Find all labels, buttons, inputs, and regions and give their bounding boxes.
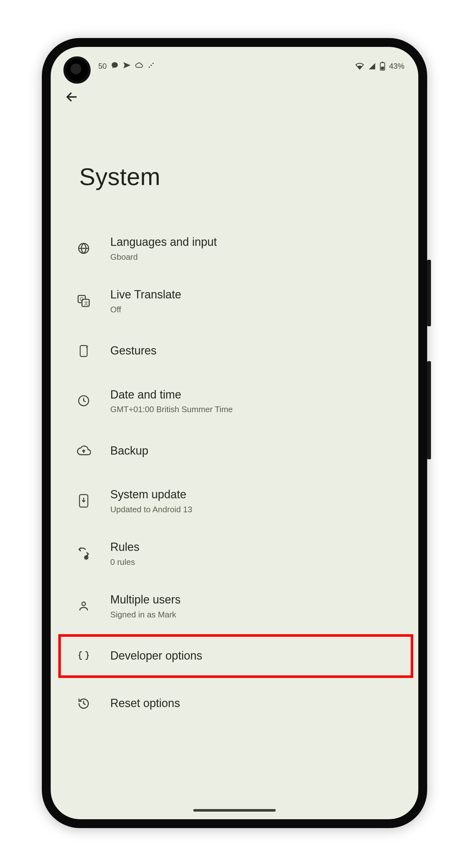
row-developer-options[interactable]: Developer options	[51, 636, 418, 677]
row-subtitle: 0 rules	[110, 557, 403, 567]
phone-frame: 50	[42, 38, 427, 828]
punch-hole-camera	[63, 56, 91, 84]
volume-button[interactable]	[427, 361, 431, 459]
row-subtitle: GMT+01:00 British Summer Time	[110, 405, 403, 414]
svg-rect-11	[80, 345, 87, 356]
person-icon	[75, 597, 92, 615]
row-live-translate[interactable]: G文 Live Translate Off	[51, 278, 418, 324]
row-label: Multiple users	[110, 592, 403, 607]
row-subtitle: Updated to Android 13	[110, 505, 403, 515]
row-label: Date and time	[110, 388, 403, 402]
power-button[interactable]	[427, 260, 431, 326]
clock-icon	[75, 392, 92, 410]
row-label: System update	[110, 487, 403, 502]
row-subtitle: Signed in as Mark	[110, 610, 403, 620]
row-label: Live Translate	[110, 287, 403, 302]
svg-point-17	[86, 557, 87, 558]
svg-text:文: 文	[84, 301, 88, 306]
cellular-icon	[368, 62, 376, 70]
row-languages-and-input[interactable]: Languages and input Gboard	[51, 225, 418, 272]
svg-text:G: G	[80, 297, 84, 302]
send-icon	[123, 61, 131, 71]
braces-icon	[75, 647, 92, 665]
gesture-icon	[75, 342, 92, 360]
battery-percent: 43%	[389, 62, 404, 71]
svg-point-0	[149, 67, 150, 67]
navigation-pill[interactable]	[193, 809, 276, 812]
page-title: System	[51, 106, 418, 190]
svg-point-2	[153, 63, 153, 64]
row-label: Gestures	[110, 343, 403, 358]
cloud-icon	[135, 62, 144, 71]
svg-point-13	[87, 345, 88, 346]
row-rules[interactable]: Rules 0 rules	[51, 530, 418, 577]
row-label: Reset options	[110, 696, 403, 711]
clock-text: 50	[98, 62, 107, 71]
svg-rect-5	[381, 66, 384, 69]
row-reset-options[interactable]: Reset options	[51, 683, 418, 724]
status-bar: 50	[51, 47, 418, 75]
row-label: Backup	[110, 443, 403, 458]
cloud-upload-icon	[75, 442, 92, 460]
chat-icon	[111, 61, 119, 71]
svg-rect-4	[382, 62, 383, 63]
translate-icon: G文	[75, 292, 92, 310]
wifi-icon	[355, 62, 364, 70]
screen: 50	[51, 47, 418, 819]
row-label: Languages and input	[110, 235, 403, 250]
svg-point-1	[151, 65, 151, 66]
row-subtitle: Off	[110, 305, 403, 315]
system-update-icon	[75, 492, 92, 510]
row-multiple-users[interactable]: Multiple users Signed in as Mark	[51, 583, 418, 629]
row-gestures[interactable]: Gestures	[51, 331, 418, 372]
rules-icon	[75, 545, 92, 562]
svg-point-12	[86, 347, 87, 348]
battery-icon	[380, 62, 385, 71]
svg-point-18	[82, 602, 85, 606]
row-label: Rules	[110, 540, 403, 555]
globe-icon	[75, 240, 92, 257]
reset-icon	[75, 695, 92, 712]
settings-list: Languages and input Gboard G文 Live Trans…	[51, 190, 418, 724]
row-date-and-time[interactable]: Date and time GMT+01:00 British Summer T…	[51, 378, 418, 424]
row-subtitle: Gboard	[110, 252, 403, 262]
row-label: Developer options	[110, 648, 403, 663]
misc-icon	[147, 61, 155, 71]
row-backup[interactable]: Backup	[51, 430, 418, 471]
row-system-update[interactable]: System update Updated to Android 13	[51, 478, 418, 524]
